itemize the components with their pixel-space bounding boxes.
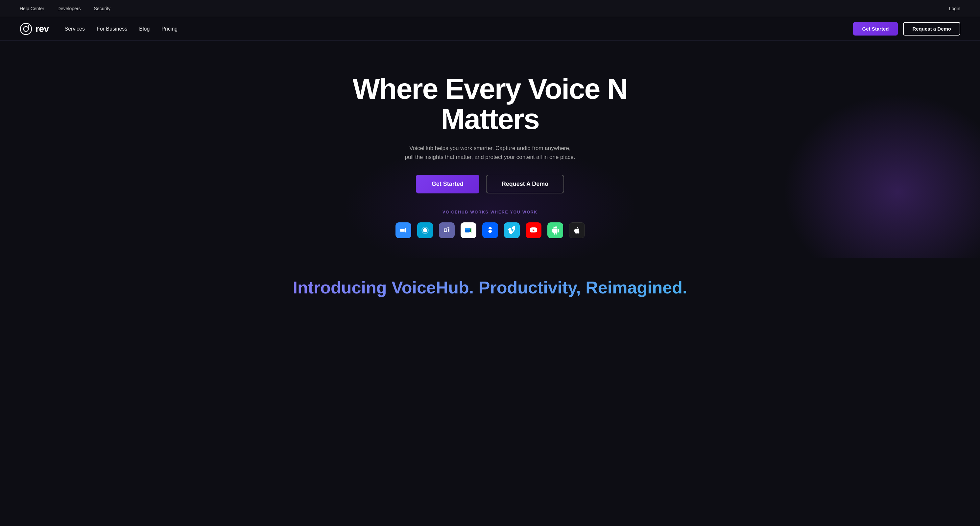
android-icon[interactable] xyxy=(547,222,563,238)
logo-text: rev xyxy=(35,24,49,34)
svg-point-1 xyxy=(23,26,28,31)
nav-links: Services For Business Blog Pricing xyxy=(65,26,178,32)
help-center-link[interactable]: Help Center xyxy=(20,6,45,11)
svg-point-0 xyxy=(21,23,32,34)
top-bar-links: Help Center Developers Security xyxy=(20,6,110,11)
developers-link[interactable]: Developers xyxy=(57,6,81,11)
youtube-icon[interactable] xyxy=(526,222,541,238)
vimeo-icon[interactable] xyxy=(504,222,520,238)
hero-get-started-button[interactable]: Get Started xyxy=(416,175,479,193)
nav-for-business[interactable]: For Business xyxy=(97,26,127,32)
main-nav: rev Services For Business Blog Pricing G… xyxy=(0,17,980,41)
teams-icon[interactable] xyxy=(439,222,455,238)
nav-request-demo-button[interactable]: Request a Demo xyxy=(903,22,960,35)
hero-subtitle: VoiceHub helps you work smarter. Capture… xyxy=(405,144,576,161)
logo[interactable]: rev xyxy=(20,23,49,35)
bottom-section: Introducing VoiceHub. Productivity, Reim… xyxy=(0,258,980,311)
webex-icon[interactable] xyxy=(417,222,433,238)
nav-right: Get Started Request a Demo xyxy=(853,22,960,35)
google-meet-icon[interactable] xyxy=(461,222,476,238)
nav-services[interactable]: Services xyxy=(65,26,85,32)
nav-left: rev Services For Business Blog Pricing xyxy=(20,23,178,35)
dropbox-icon[interactable] xyxy=(482,222,498,238)
login-link[interactable]: Login xyxy=(949,6,960,11)
rev-logo-icon xyxy=(20,23,32,35)
security-link[interactable]: Security xyxy=(94,6,111,11)
hero-request-demo-button[interactable]: Request A Demo xyxy=(486,175,565,193)
bottom-title: Introducing VoiceHub. Productivity, Reim… xyxy=(13,277,967,297)
integrations-section: VOICEHUB WORKS WHERE YOU WORK xyxy=(396,210,585,238)
zoom-icon[interactable] xyxy=(396,222,411,238)
hero-section: Where Every Voice N Matters VoiceHub hel… xyxy=(0,41,980,258)
top-bar: Help Center Developers Security Login xyxy=(0,0,980,17)
nav-get-started-button[interactable]: Get Started xyxy=(853,22,898,35)
hero-buttons: Get Started Request A Demo xyxy=(416,175,565,193)
nav-blog[interactable]: Blog xyxy=(139,26,150,32)
integrations-label: VOICEHUB WORKS WHERE YOU WORK xyxy=(442,210,538,215)
apple-icon[interactable] xyxy=(569,222,585,238)
svg-point-2 xyxy=(423,228,427,233)
hero-title: Where Every Voice N Matters xyxy=(326,74,655,134)
integration-icons xyxy=(396,222,585,238)
nav-pricing[interactable]: Pricing xyxy=(161,26,178,32)
